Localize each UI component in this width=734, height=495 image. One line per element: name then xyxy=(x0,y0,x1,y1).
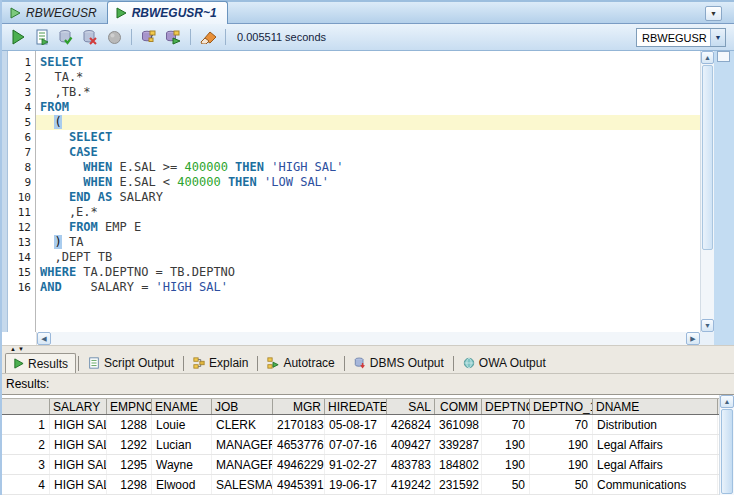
table-cell[interactable]: 190 xyxy=(530,455,593,474)
table-cell[interactable]: 190 xyxy=(530,435,593,454)
table-cell[interactable]: Legal Affairs xyxy=(593,455,718,474)
clear-button[interactable] xyxy=(198,27,218,47)
column-header[interactable]: ENAME xyxy=(152,399,212,414)
column-header[interactable]: EMPNO xyxy=(107,399,152,414)
tab-script-output[interactable]: Script Output xyxy=(81,353,181,373)
table-cell[interactable]: Distribution xyxy=(593,415,718,434)
table-cell[interactable]: 50 xyxy=(530,475,593,494)
table-cell[interactable]: 426824 xyxy=(387,415,435,434)
table-cell[interactable]: 91-02-27 xyxy=(325,455,387,474)
tab-autotrace[interactable]: Autotrace xyxy=(260,353,341,373)
tab-explain[interactable]: Explain xyxy=(186,353,255,373)
scroll-right-arrow[interactable]: ▶ xyxy=(686,332,700,345)
scroll-left-arrow[interactable]: ◀ xyxy=(37,332,51,345)
scrollbar-thumb[interactable] xyxy=(702,65,713,250)
connection-selector[interactable]: RBWEGUSR ▼ xyxy=(636,28,726,47)
table-row[interactable]: 4HIGH SAL1298ElwoodSALESMAN494539119-06-… xyxy=(2,475,719,495)
column-header[interactable] xyxy=(2,399,50,414)
table-cell[interactable]: 361098 xyxy=(435,415,482,434)
table-cell[interactable]: HIGH SAL xyxy=(50,475,107,494)
table-cell[interactable]: 409427 xyxy=(387,435,435,454)
table-cell[interactable]: MANAGER xyxy=(212,435,273,454)
table-cell[interactable]: Louie xyxy=(152,415,212,434)
tab-label: Script Output xyxy=(104,356,174,370)
results-vertical-scrollbar[interactable]: ▲ xyxy=(719,395,734,495)
results-grid-panel: SALARYEMPNOENAMEJOBMGRHIREDATESALCOMMDEP… xyxy=(2,394,734,495)
table-cell[interactable]: HIGH SAL xyxy=(50,435,107,454)
table-cell[interactable]: SALESMAN xyxy=(212,475,273,494)
hscrollbar-track[interactable] xyxy=(51,332,686,345)
run-script-button[interactable] xyxy=(32,27,52,47)
table-cell[interactable]: 70 xyxy=(482,415,530,434)
scroll-down-arrow[interactable]: ▼ xyxy=(701,319,714,332)
table-cell[interactable]: 4946229 xyxy=(273,455,325,474)
table-row[interactable]: 3HIGH SAL1295WayneMANAGER494622991-02-27… xyxy=(2,455,719,475)
table-cell[interactable]: 2170183 xyxy=(273,415,325,434)
table-cell[interactable]: MANAGER xyxy=(212,455,273,474)
code-token: ,TB.* xyxy=(40,85,91,99)
table-cell[interactable]: 184802 xyxy=(435,455,482,474)
tab-owa-output[interactable]: OWA Output xyxy=(456,353,553,373)
table-cell[interactable]: Communications xyxy=(593,475,718,494)
column-header[interactable]: DEPTNO xyxy=(482,399,530,414)
table-cell[interactable]: Elwood xyxy=(152,475,212,494)
column-header[interactable]: SAL xyxy=(387,399,435,414)
table-cell[interactable]: 483783 xyxy=(387,455,435,474)
table-cell[interactable]: Wayne xyxy=(152,455,212,474)
commit-button[interactable] xyxy=(56,27,76,47)
table-cell[interactable]: 1295 xyxy=(107,455,152,474)
table-cell[interactable]: 1 xyxy=(2,415,50,434)
table-cell[interactable]: 1298 xyxy=(107,475,152,494)
table-cell[interactable]: 07-07-16 xyxy=(325,435,387,454)
run-statement-button[interactable] xyxy=(8,27,28,47)
table-cell[interactable]: 1292 xyxy=(107,435,152,454)
table-cell[interactable]: 4653776 xyxy=(273,435,325,454)
table-cell[interactable]: 50 xyxy=(482,475,530,494)
code-line: SELECT xyxy=(36,130,700,145)
tab-rbwegusr[interactable]: RBWEGUSR xyxy=(2,2,107,23)
table-cell[interactable]: 19-06-17 xyxy=(325,475,387,494)
table-cell[interactable]: HIGH SAL xyxy=(50,415,107,434)
tab-rbwegusr-1[interactable]: RBWEGUSR~1 xyxy=(107,1,228,24)
table-cell[interactable]: 4 xyxy=(2,475,50,494)
table-cell[interactable]: HIGH SAL xyxy=(50,455,107,474)
table-cell[interactable]: 190 xyxy=(482,455,530,474)
tab-dbms-output[interactable]: DBMS Output xyxy=(347,353,451,373)
panel-splitter[interactable]: ▲ ▼ xyxy=(2,345,734,352)
code-area[interactable]: SELECT TA.* ,TB.*FROM ( SELECT CASE WHEN… xyxy=(36,51,700,332)
table-cell[interactable]: 3 xyxy=(2,455,50,474)
column-header[interactable]: SALARY xyxy=(50,399,107,414)
table-row[interactable]: 2HIGH SAL1292LucianMANAGER465377607-07-1… xyxy=(2,435,719,455)
table-cell[interactable]: 2 xyxy=(2,435,50,454)
table-cell[interactable]: 339287 xyxy=(435,435,482,454)
tab-results[interactable]: Results xyxy=(5,353,76,373)
table-cell[interactable]: 419242 xyxy=(387,475,435,494)
column-header[interactable]: HIREDATE xyxy=(325,399,387,414)
table-cell[interactable]: 05-08-17 xyxy=(325,415,387,434)
autotrace-button[interactable] xyxy=(163,27,183,47)
scrollbar-track[interactable] xyxy=(701,251,714,319)
scroll-up-arrow[interactable]: ▲ xyxy=(720,395,734,408)
column-header[interactable]: DNAME xyxy=(593,399,718,414)
scrollbar-thumb[interactable] xyxy=(721,409,733,494)
table-cell[interactable]: 4945391 xyxy=(273,475,325,494)
tab-list-dropdown-button[interactable]: ▼ xyxy=(705,6,722,21)
table-cell[interactable]: 190 xyxy=(482,435,530,454)
split-editor-button[interactable] xyxy=(717,51,730,62)
table-row[interactable]: 1HIGH SAL1288LouieCLERK217018305-08-1742… xyxy=(2,415,719,435)
column-header[interactable]: JOB xyxy=(212,399,273,414)
cancel-button[interactable] xyxy=(104,27,124,47)
table-cell[interactable]: Lucian xyxy=(152,435,212,454)
column-header[interactable]: MGR xyxy=(273,399,325,414)
table-cell[interactable]: CLERK xyxy=(212,415,273,434)
explain-plan-button[interactable] xyxy=(139,27,159,47)
table-cell[interactable]: Legal Affairs xyxy=(593,435,718,454)
table-cell[interactable]: 70 xyxy=(530,415,593,434)
table-cell[interactable]: 1288 xyxy=(107,415,152,434)
table-cell[interactable]: 231592 xyxy=(435,475,482,494)
column-header[interactable]: DEPTNO_1 xyxy=(530,399,593,414)
rollback-button[interactable] xyxy=(80,27,100,47)
scroll-up-arrow[interactable]: ▲ xyxy=(701,51,714,64)
editor-vertical-scrollbar[interactable]: ▲ ▼ xyxy=(700,51,714,332)
column-header[interactable]: COMM xyxy=(435,399,482,414)
